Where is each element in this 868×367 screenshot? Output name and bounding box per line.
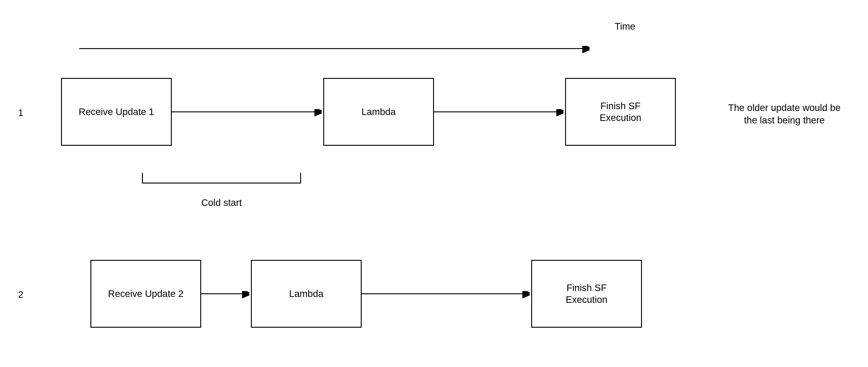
row1-lambda-box: Lambda bbox=[323, 78, 434, 146]
cold-start-bracket bbox=[143, 173, 301, 183]
row1-lambda-label: Lambda bbox=[362, 106, 396, 118]
row1-finish-line2: Execution bbox=[600, 112, 641, 123]
row2-finish-line2: Execution bbox=[566, 294, 608, 305]
row1-finish-box: Finish SF Execution bbox=[565, 78, 676, 146]
row1-finish-line1: Finish SF bbox=[600, 100, 640, 111]
row2-receive-update-box: Receive Update 2 bbox=[90, 260, 201, 328]
row2-lambda-label: Lambda bbox=[289, 288, 323, 300]
annotation-text: The older update would be the last being… bbox=[714, 102, 855, 126]
time-axis-label: Time bbox=[608, 20, 642, 33]
row-1-number: 1 bbox=[18, 108, 23, 118]
annotation-line2: the last being there bbox=[744, 115, 825, 125]
row2-receive-label: Receive Update 2 bbox=[108, 288, 184, 300]
row2-finish-line1: Finish SF bbox=[566, 282, 607, 293]
row1-receive-update-box: Receive Update 1 bbox=[61, 78, 172, 146]
row1-receive-label: Receive Update 1 bbox=[79, 106, 154, 118]
diagram-canvas: Time The older update would be the last … bbox=[0, 0, 868, 367]
row2-lambda-box: Lambda bbox=[251, 260, 362, 328]
row-2-number: 2 bbox=[18, 289, 23, 300]
row2-finish-box: Finish SF Execution bbox=[531, 260, 642, 328]
cold-start-label: Cold start bbox=[192, 196, 251, 209]
annotation-line1: The older update would be bbox=[728, 102, 840, 113]
